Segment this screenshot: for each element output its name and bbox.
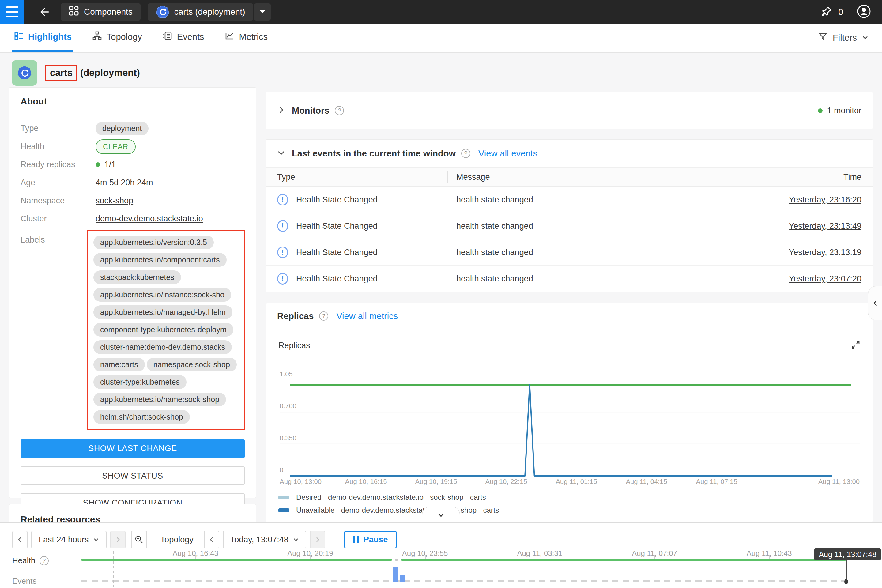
monitors-panel: Monitors ? 1 monitor [266, 92, 873, 129]
tab-highlights[interactable]: Highlights [12, 24, 74, 52]
monitors-heading: Monitors [292, 106, 329, 116]
column-type[interactable]: Type [277, 172, 447, 182]
deployment-heptagon-icon [156, 5, 170, 19]
pin-icon[interactable] [821, 6, 833, 18]
health-label: Health [21, 142, 96, 151]
pin-count: 0 [838, 7, 843, 17]
replicas-panel: Replicas ? View all metrics Replicas 1.0… [266, 303, 873, 522]
event-row[interactable]: !Health State Changedhealth state change… [266, 213, 873, 240]
ready-replicas-value: 1/1 [104, 160, 116, 170]
health-status-bar[interactable] [401, 559, 846, 561]
event-type: Health State Changed [296, 248, 378, 257]
view-tab-bar: Highlights Topology Events Metrics [0, 24, 882, 52]
timeline-tick-mark [425, 555, 426, 559]
caret-down-icon [260, 10, 265, 14]
event-row[interactable]: !Health State Changedhealth state change… [266, 187, 873, 213]
svg-text:Aug 10, 19:15: Aug 10, 19:15 [415, 478, 457, 485]
time-travel-bar: Last 24 hours Topology Today, 13:07:48 P… [0, 522, 882, 588]
svg-text:Aug 10, 13:00: Aug 10, 13:00 [280, 478, 322, 485]
help-icon[interactable]: ? [39, 556, 49, 566]
svg-text:Aug 11, 04:15: Aug 11, 04:15 [626, 478, 667, 485]
replicas-chart[interactable]: 1.050.7000.3500Aug 10, 13:00Aug 10, 16:1… [266, 356, 873, 489]
chevron-down-icon[interactable] [277, 149, 285, 158]
topology-icon [93, 31, 102, 43]
tab-highlights-label: Highlights [28, 32, 72, 42]
view-all-metrics-link[interactable]: View all metrics [336, 311, 398, 321]
expand-chart-icon[interactable] [851, 340, 860, 351]
health-events-timeline[interactable]: Aug 10, 16:43Aug 10, 20:19Aug 10, 23:55A… [0, 523, 882, 588]
current-time-handle[interactable] [844, 579, 848, 584]
legend-entry[interactable]: Unavailable - demo-dev.demo.stackstate.i… [278, 504, 860, 517]
svg-text:0.700: 0.700 [280, 402, 297, 410]
tab-topology[interactable]: Topology [91, 24, 144, 52]
namespace-link[interactable]: sock-shop [96, 196, 133, 206]
filters-button[interactable]: Filters [818, 24, 868, 52]
help-icon[interactable]: ? [461, 149, 470, 158]
chart-legend: Desired - demo-dev.demo.stackstate.io - … [266, 489, 873, 517]
replicas-chart-svg: 1.050.7000.3500Aug 10, 13:00Aug 10, 16:1… [277, 356, 861, 488]
svg-text:Aug 10, 22:15: Aug 10, 22:15 [485, 478, 527, 485]
ready-replicas-label: Ready replicas [21, 160, 96, 170]
health-gap-dot [395, 559, 398, 561]
event-row[interactable]: !Health State Changedhealth state change… [266, 266, 873, 292]
event-time-link[interactable]: Yesterday, 23:13:49 [789, 221, 861, 231]
events-table-header: Type Message Time [266, 168, 873, 187]
event-time-link[interactable]: Yesterday, 23:16:20 [789, 195, 861, 204]
cluster-link[interactable]: demo-dev.demo.stackstate.io [96, 214, 203, 224]
view-all-events-link[interactable]: View all events [478, 148, 537, 159]
event-histogram-bar[interactable] [400, 574, 405, 582]
about-heading: About [21, 96, 245, 106]
event-message: health state changed [447, 221, 733, 231]
about-row-cluster: Cluster demo-dev.demo.stackstate.io [21, 210, 245, 228]
monitor-count-label: 1 monitor [827, 106, 861, 116]
about-row-type: Type deployment [21, 119, 245, 138]
hamburger-menu-icon[interactable] [0, 0, 24, 24]
tab-metrics-label: Metrics [239, 32, 268, 42]
event-histogram-bar[interactable] [393, 567, 398, 582]
entity-chip-label: carts (deployment) [174, 7, 245, 17]
user-avatar-icon[interactable] [857, 4, 871, 20]
legend-entry[interactable]: Desired - demo-dev.demo.stackstate.io - … [278, 491, 860, 504]
back-arrow-icon[interactable] [34, 2, 53, 22]
timeline-events-label: Events [12, 576, 37, 586]
label-pill: app.kubernetes.io/name:sock-shop [93, 393, 226, 406]
event-time-link[interactable]: Yesterday, 23:07:20 [789, 274, 861, 283]
related-resources-panel: Related resources [9, 504, 256, 524]
health-status-bar[interactable] [81, 559, 392, 561]
tab-events[interactable]: Events [161, 24, 206, 52]
timeline-tick-mark [310, 555, 311, 559]
collapse-section-tab[interactable] [422, 507, 460, 522]
chevron-down-icon [862, 33, 868, 43]
tab-metrics[interactable]: Metrics [223, 24, 270, 52]
svg-text:0.350: 0.350 [280, 434, 297, 442]
chevron-right-icon[interactable] [277, 106, 285, 115]
filters-label: Filters [833, 33, 857, 43]
event-warning-icon: ! [277, 273, 288, 285]
show-status-button[interactable]: SHOW STATUS [21, 466, 245, 485]
age-label: Age [21, 178, 96, 188]
svg-text:0: 0 [280, 466, 283, 474]
help-icon[interactable]: ? [319, 312, 328, 321]
event-time-link[interactable]: Yesterday, 23:13:19 [789, 248, 861, 257]
metrics-chart-icon [225, 31, 234, 43]
right-panel-collapse-tab[interactable] [868, 286, 882, 320]
column-message[interactable]: Message [448, 172, 732, 182]
label-pill: stackpack:kubernetes [93, 270, 181, 284]
about-row-labels: Labels app.kubernetes.io/version:0.3.5ap… [21, 230, 245, 430]
components-view-chip[interactable]: Components [61, 3, 141, 21]
timeline-health-label: Health? [12, 556, 49, 566]
events-row-label: Events [12, 576, 37, 586]
entity-chip[interactable]: carts (deployment) [148, 3, 253, 21]
event-row[interactable]: !Health State Changedhealth state change… [266, 240, 873, 266]
entity-chip-dropdown[interactable] [254, 3, 271, 21]
label-pill: app.kubernetes.io/version:0.3.5 [93, 236, 214, 249]
cluster-label: Cluster [21, 214, 96, 224]
column-time[interactable]: Time [733, 172, 861, 182]
show-last-change-button[interactable]: SHOW LAST CHANGE [21, 440, 245, 458]
about-row-namespace: Namespace sock-shop [21, 192, 245, 210]
current-time-line[interactable] [846, 560, 847, 581]
entity-header: carts (deployment) [12, 60, 140, 86]
components-grid-icon [69, 6, 79, 18]
help-icon[interactable]: ? [335, 106, 344, 115]
type-label: Type [21, 124, 96, 133]
